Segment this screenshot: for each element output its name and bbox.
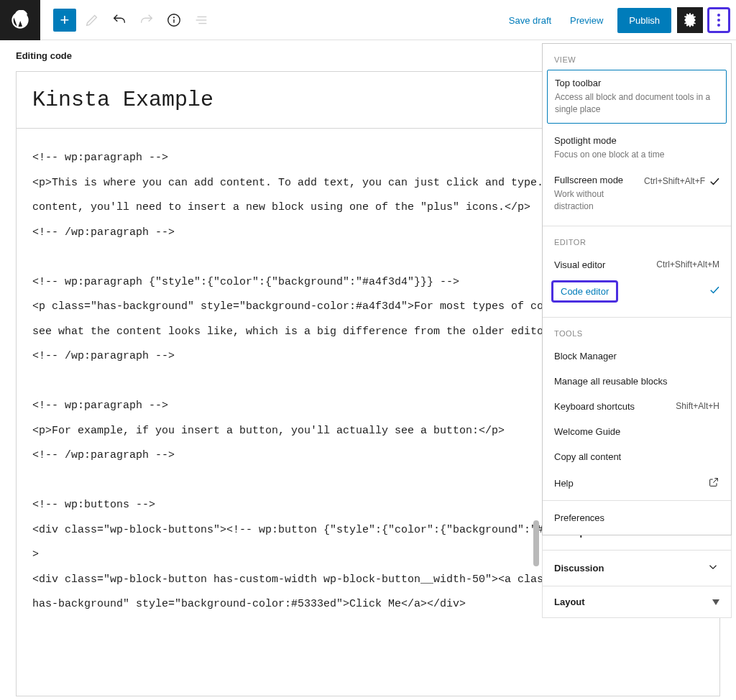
panel-label: Discussion (554, 563, 604, 574)
undo-icon[interactable] (108, 9, 131, 32)
panel-layout[interactable]: Layout (542, 586, 732, 618)
edit-icon[interactable] (80, 9, 104, 32)
menu-visual-editor[interactable]: Visual editor Ctrl+Shift+Alt+M (543, 252, 731, 277)
menu-item-sub: Work without distraction (554, 188, 633, 213)
menu-keyboard-shortcuts[interactable]: Keyboard shortcuts Shift+Alt+H (543, 394, 731, 419)
menu-item-label: Preferences (554, 512, 604, 523)
menu-item-label: Keyboard shortcuts (554, 401, 635, 412)
check-icon (708, 283, 721, 298)
publish-button[interactable]: Publish (617, 8, 671, 33)
editing-mode-label: Editing code (16, 50, 72, 61)
menu-section-editor: EDITOR (543, 226, 731, 252)
top-toolbar: + Save draft Preview Publish (0, 0, 736, 40)
menu-copy-all[interactable]: Copy all content (543, 444, 731, 469)
svg-point-2 (174, 17, 175, 17)
menu-item-sub: Focus on one block at a time (554, 149, 719, 161)
chevron-down-icon (707, 561, 719, 576)
more-menu-button[interactable] (707, 7, 730, 33)
menu-item-sub: Access all block and document tools in a… (555, 91, 719, 116)
menu-block-manager[interactable]: Block Manager (543, 344, 731, 369)
toolbar-left: + (40, 9, 213, 32)
toolbar-right: Save draft Preview Publish (500, 0, 730, 40)
menu-item-label: Block Manager (554, 351, 617, 361)
menu-item-label: Help (554, 478, 574, 489)
wordpress-logo[interactable] (0, 0, 40, 40)
check-icon (708, 175, 721, 190)
menu-reusable-blocks[interactable]: Manage all reusable blocks (543, 369, 731, 394)
scrollbar-thumb[interactable] (533, 520, 539, 566)
menu-section-tools: TOOLS (543, 318, 731, 344)
menu-fullscreen-mode[interactable]: Fullscreen mode Work without distraction… (543, 167, 731, 223)
info-icon[interactable] (162, 9, 185, 32)
triangle-down-icon (712, 599, 719, 605)
menu-help[interactable]: Help (543, 469, 731, 497)
add-block-button[interactable]: + (53, 9, 76, 32)
panel-label: Layout (554, 597, 585, 607)
menu-item-title: Top toolbar (555, 78, 719, 88)
menu-top-toolbar[interactable]: Top toolbar Access all block and documen… (547, 70, 727, 124)
menu-item-shortcut: Shift+Alt+H (676, 401, 719, 411)
menu-item-shortcut: Ctrl+Shift+Alt+M (656, 259, 719, 270)
redo-icon[interactable] (135, 9, 158, 32)
settings-button[interactable] (677, 7, 703, 33)
menu-code-editor[interactable]: Code editor (543, 277, 731, 314)
external-link-icon (708, 476, 719, 490)
menu-item-label: Manage all reusable blocks (554, 376, 668, 387)
menu-item-shortcut: Ctrl+Shift+Alt+F (644, 176, 705, 186)
outline-icon[interactable] (190, 9, 213, 32)
options-menu: VIEW Top toolbar Access all block and do… (542, 43, 732, 535)
menu-item-label: Welcome Guide (554, 426, 620, 437)
menu-spotlight-mode[interactable]: Spotlight mode Focus on one block at a t… (543, 128, 731, 168)
menu-item-title: Spotlight mode (554, 135, 719, 146)
save-draft-button[interactable]: Save draft (500, 9, 560, 32)
menu-item-label: Copy all content (554, 451, 621, 462)
panel-discussion[interactable]: Discussion (542, 551, 732, 586)
menu-code-editor-label: Code editor (551, 280, 618, 303)
menu-welcome-guide[interactable]: Welcome Guide (543, 419, 731, 444)
preview-button[interactable]: Preview (561, 9, 612, 32)
menu-preferences[interactable]: Preferences (543, 501, 731, 535)
menu-section-view: VIEW (543, 44, 731, 70)
menu-item-label: Visual editor (554, 259, 605, 270)
